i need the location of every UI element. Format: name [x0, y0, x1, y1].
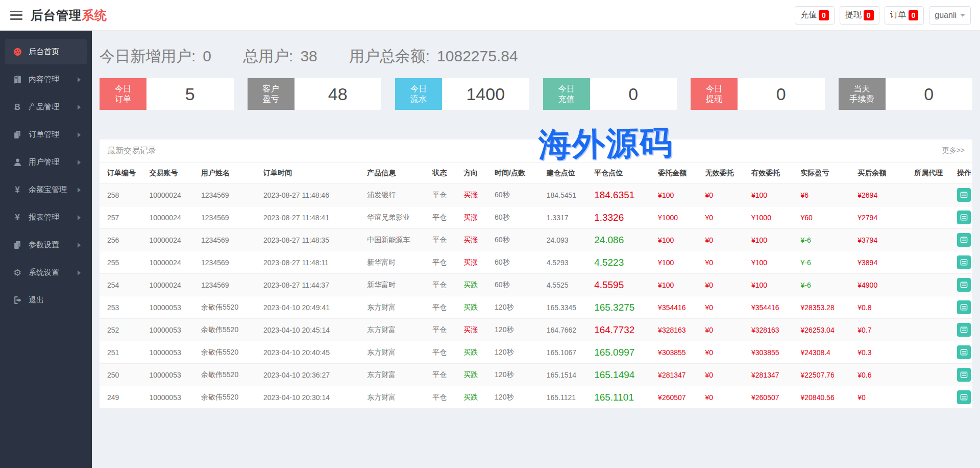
files-icon — [12, 130, 22, 140]
sidebar-item-内容管理[interactable]: 内容管理 — [5, 67, 87, 92]
product-info-cell: 中国新能源车 — [364, 229, 429, 251]
header-badge-buttons: 充值0提现0订单0 — [795, 6, 924, 25]
column-header: 时间/点数 — [492, 162, 544, 184]
header-button-label: 充值 — [800, 10, 817, 20]
list-icon — [960, 259, 968, 266]
table-row: 25210000053余敬伟55202023-04-10 20:45:14东方财… — [100, 319, 972, 341]
sidebar-item-余额宝管理[interactable]: ¥余额宝管理 — [5, 177, 87, 202]
entrust-amount-cell: ¥260507 — [655, 386, 702, 409]
invalid-entrust-cell: ¥0 — [702, 364, 748, 386]
duration-cell: 60秒 — [492, 229, 544, 251]
header-button-提现[interactable]: 提现0 — [840, 6, 879, 25]
actual-profit-cell: ¥20840.56 — [798, 386, 855, 409]
direction-cell: 买跌 — [460, 386, 492, 409]
sidebar-item-报表管理[interactable]: ¥报表管理 — [5, 205, 87, 230]
status-cell: 平仓 — [429, 296, 460, 319]
actual-profit-cell: ¥6 — [798, 184, 855, 206]
table-row: 25010000053余敬伟55202023-04-10 20:36:27东方财… — [100, 364, 972, 386]
valid-entrust-cell: ¥1000 — [748, 206, 798, 229]
header-button-label: 订单 — [890, 10, 906, 20]
header-button-充值[interactable]: 充值0 — [795, 6, 835, 25]
list-icon — [960, 393, 968, 401]
sidebar-item-用户管理[interactable]: 用户管理 — [5, 150, 87, 175]
user-name-cell: 1234569 — [198, 251, 260, 274]
more-link[interactable]: 更多>> — [942, 146, 965, 155]
direction-cell: 买涨 — [460, 184, 492, 206]
view-order-button[interactable] — [957, 323, 971, 337]
view-order-button[interactable] — [957, 345, 971, 359]
table-row: 2561000002412345692023-08-27 11:48:35中国新… — [100, 229, 972, 251]
sidebar-item-参数设置[interactable]: 参数设置 — [5, 232, 87, 258]
view-order-button[interactable] — [957, 210, 971, 224]
status-cell: 平仓 — [429, 274, 460, 296]
close-price-cell: 165.3275 — [591, 296, 655, 319]
agent-cell — [911, 386, 954, 409]
direction-cell: 买涨 — [460, 206, 492, 229]
card-label: 今日 充值 — [543, 78, 590, 110]
balance-after-cell: ¥4900 — [854, 274, 911, 296]
view-order-button[interactable] — [957, 233, 971, 247]
view-order-button[interactable] — [957, 300, 971, 314]
duration-cell: 60秒 — [492, 206, 544, 229]
user-menu-label: guanli — [935, 11, 957, 20]
status-cell: 平仓 — [429, 251, 460, 274]
sidebar-item-产品管理[interactable]: Ƀ产品管理 — [5, 95, 87, 120]
trade-account-cell: 10000053 — [146, 386, 198, 409]
table-row: 2571000002412345692023-08-27 11:48:41华谊兄… — [100, 206, 972, 229]
card-value: 0 — [886, 78, 973, 110]
trade-account-cell: 10000024 — [146, 274, 198, 296]
chevron-right-icon — [78, 215, 81, 220]
agent-cell — [911, 296, 954, 319]
sidebar-item-label: 内容管理 — [29, 75, 78, 84]
card-label: 今日 订单 — [100, 78, 146, 110]
chevron-right-icon — [78, 188, 81, 193]
sidebar-item-label: 用户管理 — [29, 157, 78, 167]
open-price-cell: 165.1514 — [544, 364, 591, 386]
count-badge: 0 — [864, 10, 874, 20]
status-cell: 平仓 — [429, 229, 460, 251]
entrust-amount-cell: ¥281347 — [655, 364, 702, 386]
order-time-cell: 2023-08-27 11:48:41 — [260, 206, 364, 229]
sidebar-item-系统设置[interactable]: ⚙系统设置 — [5, 260, 87, 285]
view-order-button[interactable] — [957, 390, 971, 404]
card-value: 0 — [590, 78, 677, 110]
order-time-cell: 2023-04-10 20:49:41 — [260, 296, 364, 319]
column-header: 所属代理 — [911, 162, 954, 184]
order-time-cell: 2023-08-27 11:48:46 — [260, 184, 364, 206]
open-price-cell: 164.7662 — [544, 319, 591, 341]
header-button-订单[interactable]: 订单0 — [885, 6, 924, 25]
menu-toggle-icon[interactable] — [10, 11, 22, 20]
user-menu-button[interactable]: guanli — [929, 6, 971, 25]
sidebar-item-label: 余额宝管理 — [29, 185, 78, 195]
direction-cell: 买涨 — [460, 229, 492, 251]
entrust-amount-cell: ¥100 — [655, 184, 702, 206]
panel-title: 最新交易记录 — [107, 146, 156, 156]
product-info-cell: 新华富时 — [364, 274, 429, 296]
column-header: 产品信息 — [364, 162, 429, 184]
close-price-cell: 165.1101 — [591, 386, 655, 409]
open-price-cell: 165.1121 — [544, 386, 591, 409]
card-label: 客户 盈亏 — [248, 78, 295, 110]
actual-profit-cell: ¥-6 — [798, 251, 855, 274]
latest-trades-panel: 最新交易记录 更多>> 订单编号交易账号用户姓名订单时间产品信息状态方向时间/点… — [100, 139, 972, 409]
valid-entrust-cell: ¥100 — [748, 251, 798, 274]
table-row: 24910000053余敬伟55202023-04-10 20:30:14东方财… — [100, 386, 972, 409]
direction-cell: 买跌 — [460, 364, 492, 386]
list-icon — [960, 303, 968, 311]
invalid-entrust-cell: ¥0 — [702, 251, 748, 274]
sidebar-item-订单管理[interactable]: 订单管理 — [5, 122, 87, 147]
stat-label: 总用户: — [243, 46, 293, 67]
sidebar-item-label: 报表管理 — [29, 213, 78, 222]
direction-cell: 买跌 — [460, 296, 492, 319]
view-order-button[interactable] — [957, 278, 971, 292]
view-order-button[interactable] — [957, 368, 971, 382]
view-order-button[interactable] — [957, 255, 971, 269]
close-price-cell: 165.1494 — [591, 364, 655, 386]
view-order-button[interactable] — [957, 188, 971, 202]
sidebar-item-退出[interactable]: 退出 — [5, 288, 87, 313]
product-info-cell: 东方财富 — [364, 364, 429, 386]
column-header: 买后余额 — [854, 162, 911, 184]
balance-after-cell: ¥0.6 — [854, 364, 911, 386]
app-title-dark: 后台管理 — [31, 8, 82, 22]
sidebar-item-后台首页[interactable]: 后台首页 — [5, 39, 87, 64]
